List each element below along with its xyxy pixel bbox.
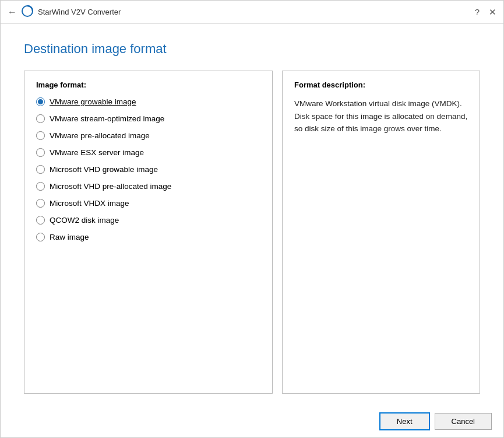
radio-raw-label: Raw image	[50, 233, 89, 241]
radio-qcow2-label: QCOW2 disk image	[50, 216, 119, 225]
radio-vmware-growable-label: VMware growable image	[50, 97, 136, 106]
radio-vmware-esx-input[interactable]	[36, 148, 45, 157]
image-format-radio-group: VMware growable image VMware stream-opti…	[36, 97, 260, 241]
next-button[interactable]: Next	[379, 412, 430, 430]
radio-raw-input[interactable]	[36, 233, 45, 241]
radio-ms-vhdx-label: Microsoft VHDX image	[50, 199, 129, 208]
radio-ms-vhdx-input[interactable]	[36, 199, 45, 208]
description-text: VMware Workstation virtual disk image (V…	[294, 97, 468, 135]
title-bar-controls: ? ✕	[475, 7, 496, 17]
description-panel: Format description: VMware Workstation v…	[282, 71, 480, 394]
app-title: StarWind V2V Converter	[38, 8, 121, 16]
image-format-panel-title: Image format:	[36, 80, 260, 89]
radio-vmware-growable[interactable]: VMware growable image	[36, 97, 260, 106]
radio-ms-vhd-growable-input[interactable]	[36, 165, 45, 174]
radio-vmware-stream-label: VMware stream-optimized image	[50, 114, 164, 123]
radio-vmware-preallocated-input[interactable]	[36, 131, 45, 140]
image-format-panel: Image format: VMware growable image VMwa…	[24, 71, 273, 394]
radio-ms-vhd-growable[interactable]: Microsoft VHD growable image	[36, 165, 260, 174]
app-icon	[22, 5, 33, 19]
radio-vmware-esx-label: VMware ESX server image	[50, 148, 144, 157]
radio-vmware-preallocated-label: VMware pre-allocated image	[50, 131, 150, 140]
radio-ms-vhd-preallocated-label: Microsoft VHD pre-allocated image	[50, 182, 171, 191]
radio-ms-vhd-growable-label: Microsoft VHD growable image	[50, 165, 158, 174]
radio-ms-vhdx[interactable]: Microsoft VHDX image	[36, 199, 260, 208]
radio-vmware-preallocated[interactable]: VMware pre-allocated image	[36, 131, 260, 140]
back-button[interactable]: ←	[8, 7, 17, 17]
title-bar-left: ← StarWind V2V Converter	[8, 5, 121, 19]
footer: Next Cancel	[1, 405, 503, 437]
close-button[interactable]: ✕	[489, 7, 496, 17]
panels-row: Image format: VMware growable image VMwa…	[24, 71, 480, 394]
radio-ms-vhd-preallocated-input[interactable]	[36, 182, 45, 191]
main-window: ← StarWind V2V Converter ? ✕ Destination…	[0, 0, 504, 438]
main-content: Destination image format Image format: V…	[1, 24, 503, 405]
radio-vmware-stream[interactable]: VMware stream-optimized image	[36, 114, 260, 123]
help-button[interactable]: ?	[475, 7, 480, 17]
radio-ms-vhd-preallocated[interactable]: Microsoft VHD pre-allocated image	[36, 182, 260, 191]
radio-vmware-esx[interactable]: VMware ESX server image	[36, 148, 260, 157]
cancel-button[interactable]: Cancel	[435, 413, 492, 430]
title-bar: ← StarWind V2V Converter ? ✕	[1, 1, 503, 24]
radio-vmware-stream-input[interactable]	[36, 114, 45, 123]
radio-qcow2-input[interactable]	[36, 216, 45, 225]
description-panel-title: Format description:	[294, 80, 468, 89]
radio-vmware-growable-input[interactable]	[36, 97, 45, 106]
radio-qcow2[interactable]: QCOW2 disk image	[36, 216, 260, 225]
page-title: Destination image format	[24, 41, 480, 57]
radio-raw[interactable]: Raw image	[36, 233, 260, 241]
